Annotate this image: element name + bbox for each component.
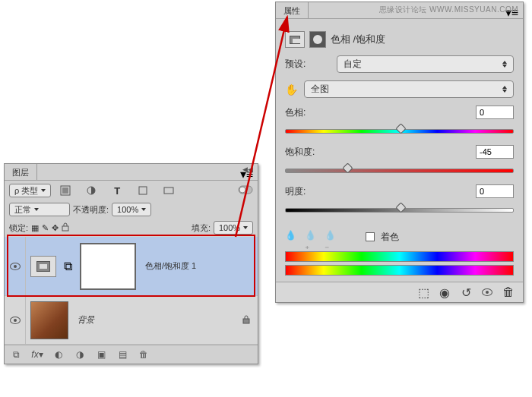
svg-line-9 <box>236 17 287 237</box>
callout-arrow <box>0 0 532 397</box>
